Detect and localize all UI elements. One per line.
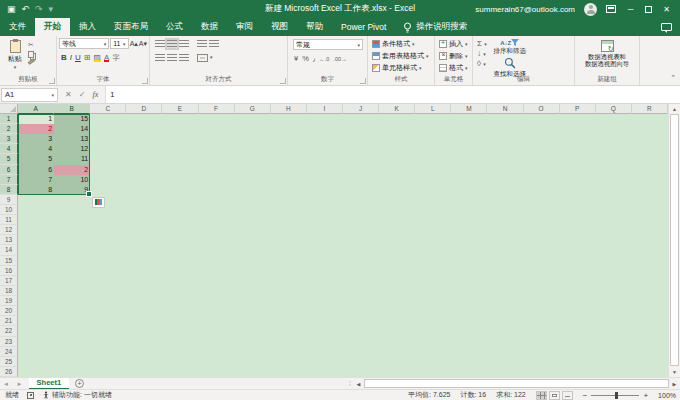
row-header-15[interactable]: 15 <box>0 256 18 266</box>
underline-button[interactable]: U <box>75 53 81 62</box>
zoom-slider-thumb[interactable] <box>615 392 618 399</box>
row-header-21[interactable]: 21 <box>0 316 18 326</box>
scroll-right-icon[interactable]: ▶ <box>669 379 680 389</box>
shrink-font-icon[interactable]: A▾ <box>139 40 147 48</box>
number-dialog-launcher[interactable] <box>360 78 366 84</box>
insert-cells-button[interactable]: 插入▾ <box>437 38 470 50</box>
tab-formulas[interactable]: 公式 <box>157 18 192 36</box>
new-sheet-button[interactable]: + <box>75 379 84 388</box>
number-format-select[interactable]: 常规▾ <box>293 39 363 50</box>
orientation-icon[interactable] <box>197 40 207 48</box>
row-header-9[interactable]: 9 <box>0 195 18 205</box>
percent-style-icon[interactable]: % <box>302 54 309 63</box>
tab-home[interactable]: 开始 <box>35 18 70 36</box>
grow-font-icon[interactable]: A▴ <box>130 40 138 48</box>
macro-record-icon[interactable] <box>27 392 34 399</box>
scroll-down-icon[interactable]: ▼ <box>669 367 680 377</box>
formula-input[interactable]: 1 <box>106 86 680 103</box>
row-header-11[interactable]: 11 <box>0 215 18 225</box>
vertical-scroll-thumb[interactable] <box>670 114 679 366</box>
cell-B7[interactable]: 10 <box>54 175 90 185</box>
row-header-7[interactable]: 7 <box>0 175 18 185</box>
horizontal-scroll-thumb[interactable] <box>364 379 669 388</box>
restore-button[interactable] <box>645 6 652 13</box>
cancel-icon[interactable]: ✕ <box>65 90 72 99</box>
tab-power-pivot[interactable]: Power Pivot <box>332 18 395 36</box>
page-layout-view-button[interactable] <box>549 391 560 400</box>
increase-decimal-icon[interactable]: ←.0 <box>319 56 329 62</box>
row-header-2[interactable]: 2 <box>0 124 18 134</box>
accounting-format-icon[interactable]: ¥ <box>294 54 298 63</box>
comma-style-icon[interactable]: ٫ <box>313 54 315 63</box>
column-header-Q[interactable]: Q <box>596 104 632 114</box>
row-header-1[interactable]: 1 <box>0 114 18 124</box>
cell-B1[interactable]: 15 <box>54 114 90 124</box>
quick-analysis-button[interactable] <box>92 197 105 208</box>
paste-button[interactable]: 粘贴 ▾ <box>2 38 28 74</box>
row-header-3[interactable]: 3 <box>0 134 18 144</box>
decrease-decimal-icon[interactable]: .00→ <box>333 56 346 62</box>
sort-filter-button[interactable]: A↓Z 排序和筛选 <box>489 38 531 56</box>
column-header-N[interactable]: N <box>487 104 523 114</box>
scroll-up-icon[interactable]: ▲ <box>669 104 680 114</box>
row-header-6[interactable]: 6 <box>0 165 18 175</box>
clear-icon[interactable]: ◊ ▾ <box>477 59 487 68</box>
row-header-10[interactable]: 10 <box>0 205 18 215</box>
font-color-icon[interactable]: A <box>104 53 109 62</box>
align-center-icon[interactable] <box>167 54 177 62</box>
cell-A8[interactable]: 8 <box>18 185 54 195</box>
cell-B5[interactable]: 11 <box>54 154 90 164</box>
sheet-tab-sheet1[interactable]: Sheet1 <box>29 378 70 390</box>
row-header-26[interactable]: 26 <box>0 367 18 377</box>
row-header-4[interactable]: 4 <box>0 144 18 154</box>
cell-A5[interactable]: 5 <box>18 154 54 164</box>
row-header-16[interactable]: 16 <box>0 266 18 276</box>
name-box[interactable]: A1▾ <box>1 88 58 102</box>
column-header-B[interactable]: B <box>54 104 90 114</box>
account-name[interactable]: summerain67@outlook.com <box>475 5 575 14</box>
ribbon-display-options-icon[interactable] <box>606 5 616 13</box>
font-dialog-launcher[interactable] <box>142 78 148 84</box>
accessibility-status[interactable]: 辅助功能: 一切就绪 <box>42 390 112 400</box>
format-as-table-button[interactable]: 套用表格格式▾ <box>370 50 432 62</box>
column-header-P[interactable]: P <box>560 104 596 114</box>
row-header-13[interactable]: 13 <box>0 235 18 245</box>
zoom-in-button[interactable]: + <box>643 391 648 400</box>
scroll-left-icon[interactable]: ◀ <box>353 379 364 389</box>
wrap-text-icon[interactable] <box>209 40 219 48</box>
column-header-R[interactable]: R <box>632 104 668 114</box>
normal-view-button[interactable] <box>536 391 547 400</box>
column-header-E[interactable]: E <box>162 104 198 114</box>
zoom-out-button[interactable]: − <box>583 391 588 400</box>
tab-help[interactable]: 帮助 <box>297 18 332 36</box>
delete-cells-button[interactable]: 删除▾ <box>437 50 470 62</box>
paste-dropdown-icon[interactable]: ▾ <box>14 64 17 70</box>
alignment-dialog-launcher[interactable] <box>280 78 286 84</box>
column-header-D[interactable]: D <box>126 104 162 114</box>
minimize-button[interactable]: ─ <box>625 5 636 14</box>
cell-B8[interactable]: 9 <box>54 185 90 195</box>
page-break-view-button[interactable] <box>562 391 573 400</box>
zoom-slider[interactable] <box>591 395 639 396</box>
row-header-22[interactable]: 22 <box>0 326 18 336</box>
row-header-5[interactable]: 5 <box>0 154 18 164</box>
bold-button[interactable]: B <box>61 53 67 62</box>
zoom-level[interactable]: 100% <box>658 392 676 399</box>
conditional-formatting-button[interactable]: 条件格式▾ <box>370 38 432 50</box>
format-painter-icon[interactable] <box>28 58 35 64</box>
worksheet-grid[interactable]: ABCDEFGHIJKLMNOPQR1234567891011121314151… <box>0 104 668 377</box>
column-header-O[interactable]: O <box>524 104 560 114</box>
align-left-icon[interactable] <box>155 54 165 62</box>
row-header-12[interactable]: 12 <box>0 225 18 235</box>
insert-function-icon[interactable]: fx <box>92 90 98 99</box>
comments-icon[interactable] <box>661 23 672 31</box>
cell-A4[interactable]: 4 <box>18 144 54 154</box>
tab-file[interactable]: 文件 <box>0 18 35 36</box>
row-header-14[interactable]: 14 <box>0 245 18 255</box>
font-size-select[interactable]: 11▾ <box>110 38 128 49</box>
row-header-20[interactable]: 20 <box>0 306 18 316</box>
cell-B2[interactable]: 14 <box>54 124 90 134</box>
column-header-M[interactable]: M <box>451 104 487 114</box>
column-header-G[interactable]: G <box>235 104 271 114</box>
merge-dropdown-icon[interactable]: ▾ <box>210 54 213 62</box>
